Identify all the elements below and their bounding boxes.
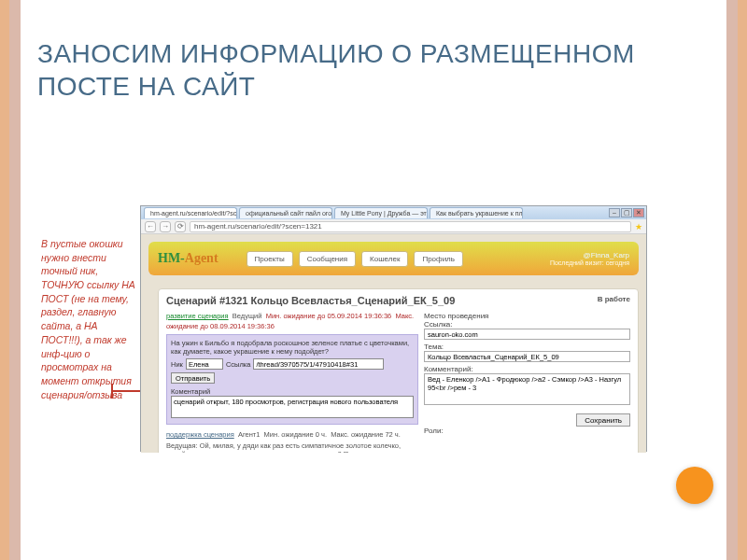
logo-part: HM- <box>158 251 185 265</box>
reply-preview: Ведущая: Ой, милая, у дяди как раз есть … <box>166 441 418 453</box>
window-maximize-button[interactable]: ▢ <box>621 208 632 217</box>
nav-messages[interactable]: Сообщения <box>299 251 356 267</box>
browser-tab[interactable]: Как выбрать украшение к пл... <box>430 207 523 218</box>
min-wait: Мин. ожидание до 05.09.2014 19:36:36 <box>266 312 392 320</box>
send-button[interactable]: Отправить <box>171 372 215 384</box>
annotation-text: В пустые окошки нужно внести точный ник,… <box>41 237 139 401</box>
link-input[interactable] <box>253 358 384 370</box>
nick-label: Ник <box>171 360 183 369</box>
link-label: Ссылка <box>226 360 251 369</box>
slide-title: ЗАНОСИМ ИНФОРМАЦИЮ О РАЗМЕЩЕННОМ ПОСТЕ Н… <box>37 37 710 103</box>
window-minimize-button[interactable]: – <box>609 208 620 217</box>
site-logo[interactable]: HM-Agent <box>158 251 218 266</box>
roles-label: Роли: <box>424 427 630 435</box>
support-line: поддержка сценария Агент1 Мин. ожидание … <box>166 430 418 439</box>
nav-profile[interactable]: Профиль <box>414 251 463 267</box>
scenario-dev-link[interactable]: развитие сценария <box>166 312 229 320</box>
scenario-card: Сценарий #1321 Кольцо Всевластья_Сценари… <box>158 288 639 453</box>
site-header: HM-Agent Проекты Сообщения Кошелек Профи… <box>148 242 639 275</box>
theme-input[interactable] <box>424 351 630 362</box>
right-link-input[interactable] <box>424 329 630 340</box>
save-button[interactable]: Сохранить <box>576 413 630 427</box>
right-comment-label: Комментарий: <box>424 365 630 373</box>
user-status: Последний визит: сегодня <box>550 259 629 266</box>
browser-tab[interactable]: My Little Pony | Дружба — это... <box>334 207 428 218</box>
nav-forward-button[interactable]: → <box>160 221 171 232</box>
nav-wallet[interactable]: Кошелек <box>361 251 408 267</box>
comment-textarea[interactable]: сценарий открыт, 180 просмотров, регистр… <box>171 396 414 418</box>
nick-input[interactable] <box>186 358 223 370</box>
url-text: hm-agent.ru/scenario/edit/?scen=1321 <box>194 222 322 231</box>
scenario-status-line: развитие сценария Ведущий Мин. ожидание … <box>166 312 418 331</box>
nav-reload-button[interactable]: ⟳ <box>175 221 186 232</box>
role-label: Ведущий <box>233 312 262 320</box>
right-form: Место проведения Ссылка: Тема: Комментар… <box>424 312 630 453</box>
tab-label: My Little Pony | Дружба — это... <box>341 210 428 217</box>
address-bar: ← → ⟳ hm-agent.ru/scenario/edit/?scen=13… <box>141 219 646 234</box>
slide-nav-dot[interactable] <box>676 467 713 504</box>
scenario-heading: Сценарий #1321 Кольцо Всевластья_Сценари… <box>166 295 455 306</box>
nav-back-button[interactable]: ← <box>145 221 156 232</box>
right-comment-textarea[interactable]: Вед - Еленкор />А1 - Фродюкор />а2 - Сэм… <box>424 373 630 405</box>
agent-label: Агент1 <box>238 430 261 439</box>
tab-label: официальный сайт пайл ого... <box>246 210 332 217</box>
tab-bar: hm-agent.ru/scenario/edit/?sc официальны… <box>141 206 646 219</box>
browser-window: hm-agent.ru/scenario/edit/?sc официальны… <box>140 205 647 452</box>
place-label: Место проведения <box>424 312 630 320</box>
theme-label: Тема: <box>424 343 630 351</box>
status-badge: В работе <box>598 295 630 303</box>
tab-label: Как выбрать украшение к пл... <box>436 210 523 217</box>
bookmark-star-icon[interactable]: ★ <box>635 222 642 231</box>
min-wait2: Мин. ожидание 0 ч. <box>264 430 327 439</box>
right-link-label: Ссылка: <box>424 320 630 329</box>
logo-part: Agent <box>185 251 218 265</box>
embedded-screenshot: В пустые окошки нужно внести точный ник,… <box>37 205 647 452</box>
nav-projects[interactable]: Проекты <box>247 251 293 267</box>
tab-label: hm-agent.ru/scenario/edit/?sc <box>150 210 236 217</box>
window-close-button[interactable]: ✕ <box>633 208 644 217</box>
user-name[interactable]: @Finna_Karp <box>550 251 629 259</box>
url-field[interactable]: hm-agent.ru/scenario/edit/?scen=1321 <box>190 221 631 232</box>
post-text: На ужин к Бильбо я подобрала роскошное з… <box>171 339 414 356</box>
browser-tab[interactable]: hm-agent.ru/scenario/edit/?sc <box>144 207 237 218</box>
browser-tab[interactable]: официальный сайт пайл ого... <box>239 207 332 218</box>
comment-label: Коментарий <box>171 387 210 396</box>
user-box: @Finna_Karp Последний визит: сегодня <box>550 251 629 266</box>
max-wait2: Макс. ожидание 72 ч. <box>331 430 401 439</box>
support-link[interactable]: поддержка сценария <box>166 430 234 439</box>
post-panel: На ужин к Бильбо я подобрала роскошное з… <box>166 334 418 425</box>
